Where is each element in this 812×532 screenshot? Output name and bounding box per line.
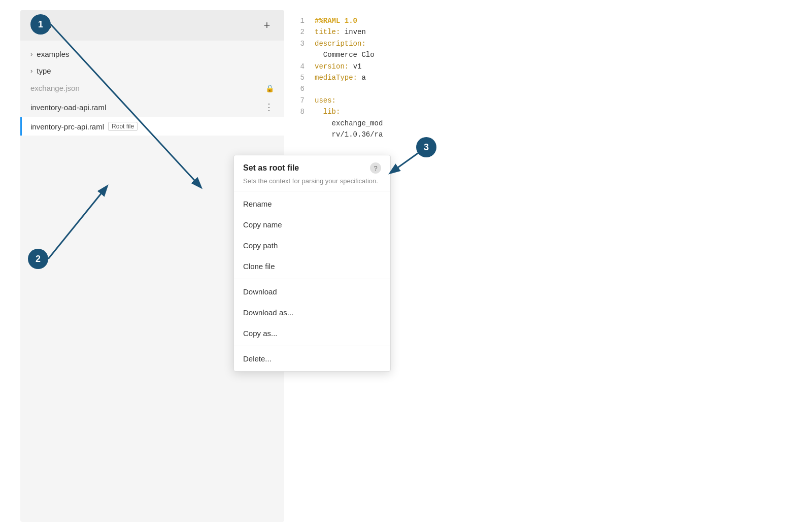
code-val-4: v1 <box>353 62 362 71</box>
file-item-left: inventory-prc-api.raml Root file <box>30 122 138 131</box>
folder-label-examples: examples <box>37 50 69 58</box>
context-menu-section-3: Delete... <box>234 346 390 371</box>
folder-label-type: type <box>37 66 51 75</box>
code-line-7: 7 uses: <box>289 95 792 106</box>
code-val-2: inven <box>345 28 366 36</box>
code-key-8: lib: <box>323 108 341 116</box>
line-num-8: 8 <box>294 106 304 140</box>
file-inventory-prc-api[interactable]: inventory-prc-api.raml Root file <box>20 117 284 136</box>
line-num-5: 5 <box>294 72 304 83</box>
code-line-3: 3 description: Commerce Clo <box>289 38 792 61</box>
context-menu: Set as root file ? Sets the context for … <box>233 155 391 372</box>
folder-examples[interactable]: › examples <box>20 46 284 62</box>
context-menu-description: Sets the context for parsing your specif… <box>243 177 381 186</box>
file-exchange-json[interactable]: exchange.json 🔒 <box>20 79 284 97</box>
folder-arrow-type: › <box>30 67 32 75</box>
code-line-4: 4 version: v1 <box>289 61 792 72</box>
code-val-3: Commerce Clo <box>315 51 375 59</box>
callout-2: 2 <box>28 249 48 269</box>
callout-3: 3 <box>416 137 436 157</box>
file-name-inventory-oad: inventory-oad-api.raml <box>30 103 106 112</box>
code-content-7: uses: <box>315 95 336 106</box>
code-line-8: 8 lib: exchange_mod rv/1.0.36/ra <box>289 106 792 140</box>
code-key-4: version: <box>315 62 349 71</box>
line-num-3: 3 <box>294 38 304 61</box>
folder-arrow-examples: › <box>30 50 32 58</box>
file-name-inventory-prc: inventory-prc-api.raml <box>30 122 104 131</box>
lock-icon: 🔒 <box>265 84 274 92</box>
context-menu-section-2: Download Download as... Copy as... <box>234 279 390 346</box>
help-icon[interactable]: ? <box>370 162 381 174</box>
file-tree: › examples › type exchange.json 🔒 invent… <box>20 41 284 141</box>
menu-item-download-as[interactable]: Download as... <box>234 302 390 323</box>
code-line-6: 6 <box>289 83 792 94</box>
code-content-8: lib: exchange_mod rv/1.0.36/ra <box>315 106 383 140</box>
menu-item-copy-as[interactable]: Copy as... <box>234 323 390 344</box>
context-menu-section-1: Rename Copy name Copy path Clone file <box>234 191 390 279</box>
code-content-2: title: inven <box>315 26 366 38</box>
add-file-button[interactable]: + <box>260 18 274 32</box>
folder-type[interactable]: › type <box>20 62 284 79</box>
menu-item-copy-path[interactable]: Copy path <box>234 235 390 256</box>
line-num-2: 2 <box>294 26 304 38</box>
context-menu-title: Set as root file <box>243 163 299 173</box>
file-name-exchange-json: exchange.json <box>30 84 80 92</box>
code-line-5: 5 mediaType: a <box>289 72 792 83</box>
line-num-1: 1 <box>294 15 304 26</box>
callout-1: 1 <box>30 14 51 35</box>
main-container: 1 2 3 Files + › examples <box>0 0 812 532</box>
context-menu-title-row: Set as root file ? <box>243 162 381 174</box>
code-key-2: title: <box>315 28 340 36</box>
context-menu-header: Set as root file ? Sets the context for … <box>234 155 390 191</box>
menu-item-copy-name[interactable]: Copy name <box>234 214 390 235</box>
code-val-5: a <box>361 74 365 82</box>
more-menu-icon[interactable]: ⋮ <box>264 102 274 113</box>
code-key-5: mediaType: <box>315 74 357 82</box>
line-num-4: 4 <box>294 61 304 72</box>
code-key-7: uses: <box>315 96 336 105</box>
menu-item-clone-file[interactable]: Clone file <box>234 256 390 277</box>
code-key-3: description: <box>315 40 366 48</box>
code-content-4: version: v1 <box>315 61 361 72</box>
menu-item-delete[interactable]: Delete... <box>234 348 390 369</box>
menu-item-rename[interactable]: Rename <box>234 193 390 214</box>
line-num-7: 7 <box>294 95 304 106</box>
line-num-6: 6 <box>294 83 304 94</box>
code-line-2: 2 title: inven <box>289 26 792 38</box>
root-file-badge: Root file <box>108 122 138 131</box>
files-header: Files + <box>20 10 284 41</box>
menu-item-download[interactable]: Download <box>234 281 390 302</box>
code-line-1: 1 #%RAML 1.0 <box>289 15 792 26</box>
code-content-5: mediaType: a <box>315 72 366 83</box>
code-content-1: #%RAML 1.0 <box>315 15 357 26</box>
file-inventory-oad-api[interactable]: inventory-oad-api.raml ⋮ <box>20 97 284 117</box>
code-content-3: description: Commerce Clo <box>315 38 375 61</box>
code-val-8: exchange_mod rv/1.0.36/ra <box>315 119 383 139</box>
